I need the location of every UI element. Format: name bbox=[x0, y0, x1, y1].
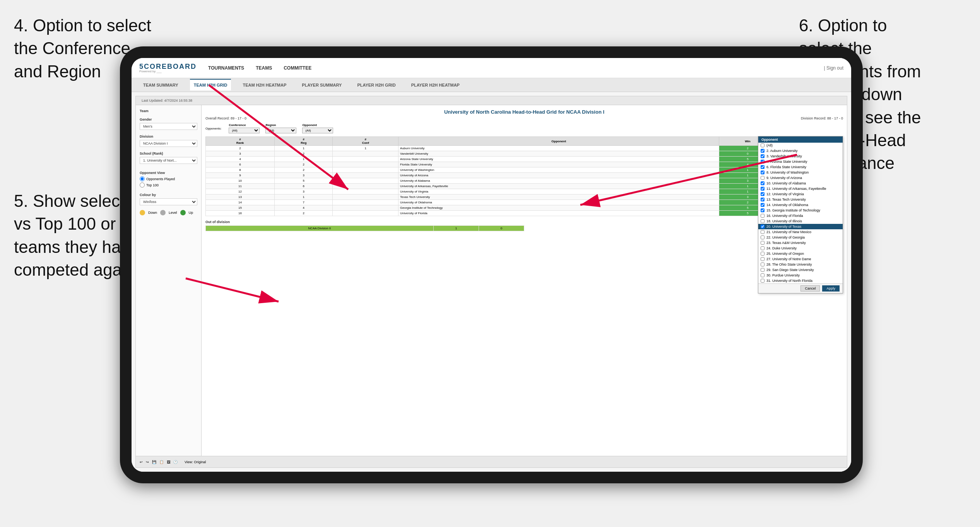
dropdown-item[interactable]: 10. University of Alabama bbox=[758, 181, 843, 186]
opponent-cell: University of Arizona bbox=[398, 173, 719, 178]
dropdown-checkbox[interactable] bbox=[761, 143, 765, 147]
opponent-cell: University of Washington bbox=[398, 167, 719, 173]
copy-icon[interactable]: 📋 bbox=[159, 460, 164, 464]
dropdown-checkbox[interactable] bbox=[761, 181, 765, 185]
nav-bar: 5COREBOARD Powered by ___ TOURNAMENTS TE… bbox=[132, 58, 851, 78]
dropdown-item[interactable]: 9. University of Arizona bbox=[758, 175, 843, 181]
radio-top-100[interactable]: Top 100 bbox=[140, 182, 197, 188]
dropdown-item[interactable]: 22. University of Georgia bbox=[758, 235, 843, 240]
division-select[interactable]: NCAA Division I bbox=[140, 140, 197, 147]
dropdown-item[interactable]: 11. University of Arkansas, Fayetteville bbox=[758, 186, 843, 191]
colour-by-select[interactable]: Win/loss bbox=[140, 198, 197, 205]
dropdown-item[interactable]: 14. University of Oklahoma bbox=[758, 202, 843, 208]
school-select[interactable]: 1. University of Nort... bbox=[140, 157, 197, 164]
dropdown-item[interactable]: 27. University of Notre Dame bbox=[758, 256, 843, 262]
redo-icon[interactable]: ↪ bbox=[146, 460, 149, 464]
dropdown-item[interactable]: 30. Purdue University bbox=[758, 273, 843, 278]
image-icon[interactable]: 🖼 bbox=[167, 460, 170, 464]
dropdown-checkbox[interactable] bbox=[761, 263, 765, 266]
dropdown-checkbox[interactable] bbox=[761, 198, 765, 201]
dropdown-item[interactable]: 2. Auburn University bbox=[758, 148, 843, 153]
dropdown-item[interactable]: 6. Florida State University bbox=[758, 164, 843, 170]
dropdown-item[interactable]: 15. Georgia Institute of Technology bbox=[758, 208, 843, 213]
dropdown-checkbox[interactable] bbox=[761, 176, 765, 180]
dropdown-checkbox[interactable] bbox=[761, 268, 765, 272]
level-label: Level bbox=[169, 211, 177, 215]
dropdown-item[interactable]: 16. University of Florida bbox=[758, 213, 843, 218]
table-header-row: #Rank #Reg #Conf Opponent Win Loss bbox=[206, 137, 843, 146]
opponent-filter-select[interactable]: (All) bbox=[302, 128, 333, 133]
tab-player-h2h-heatmap[interactable]: PLAYER H2H HEATMAP bbox=[407, 80, 463, 90]
reg-cell: 1 bbox=[275, 194, 333, 200]
dropdown-checkbox[interactable] bbox=[761, 203, 765, 207]
conf-cell bbox=[333, 167, 398, 173]
undo-icon[interactable]: ↩ bbox=[140, 460, 143, 464]
dropdown-item[interactable]: 13. Texas Tech University bbox=[758, 197, 843, 202]
dropdown-footer: Cancel Apply bbox=[758, 283, 843, 293]
table-row: 6 2 Florida State University 4 2 bbox=[206, 162, 843, 167]
dropdown-checkbox[interactable] bbox=[761, 257, 765, 261]
reg-cell: 4 bbox=[275, 205, 333, 211]
dropdown-checkbox[interactable] bbox=[761, 241, 765, 245]
dropdown-item[interactable]: 20. University of Texas bbox=[758, 224, 843, 229]
dropdown-checkbox[interactable] bbox=[761, 246, 765, 250]
dropdown-checkbox[interactable] bbox=[761, 154, 765, 158]
nav-tournaments[interactable]: TOURNAMENTS bbox=[208, 65, 244, 71]
table-row: 3 2 Vanderbilt University 0 4 bbox=[206, 151, 843, 157]
dropdown-checkbox[interactable] bbox=[761, 273, 765, 277]
rank-cell: 10 bbox=[206, 178, 275, 184]
dropdown-item[interactable]: 24. Duke University bbox=[758, 246, 843, 251]
gender-select[interactable]: Men's bbox=[140, 123, 197, 130]
dropdown-checkbox[interactable] bbox=[761, 171, 765, 174]
dropdown-checkbox[interactable] bbox=[761, 230, 765, 234]
tab-team-summary[interactable]: TEAM SUMMARY bbox=[139, 80, 182, 90]
left-sidebar: Team Gender Men's Division NCAA Division… bbox=[136, 105, 202, 456]
dropdown-item[interactable]: 25. University of Oregon bbox=[758, 251, 843, 256]
dropdown-item[interactable]: 4. Arizona State University bbox=[758, 159, 843, 164]
dropdown-item[interactable]: 8. University of Washington bbox=[758, 170, 843, 175]
dropdown-item[interactable]: (All) bbox=[758, 143, 843, 148]
dropdown-checkbox[interactable] bbox=[761, 279, 765, 283]
dropdown-item[interactable]: 12. University of Virginia bbox=[758, 191, 843, 197]
dropdown-item[interactable]: 29. San Diego State University bbox=[758, 267, 843, 273]
radio-opponents-played[interactable]: Opponents Played bbox=[140, 176, 197, 181]
nav-committee[interactable]: COMMITTEE bbox=[284, 65, 311, 71]
dropdown-checkbox[interactable] bbox=[761, 225, 765, 229]
dropdown-item[interactable]: 21. University of New Mexico bbox=[758, 229, 843, 235]
dropdown-checkbox[interactable] bbox=[761, 219, 765, 223]
tablet-frame: 5COREBOARD Powered by ___ TOURNAMENTS TE… bbox=[120, 46, 863, 483]
conference-filter-select[interactable]: (All) bbox=[229, 128, 260, 133]
dropdown-checkbox[interactable] bbox=[761, 192, 765, 196]
opponent-cell: Arizona State University bbox=[398, 157, 719, 162]
opponent-dropdown[interactable]: Opponent (All) 2. Auburn University 3. V… bbox=[758, 136, 843, 293]
dropdown-item-label: 29. San Diego State University bbox=[766, 268, 814, 272]
dropdown-checkbox[interactable] bbox=[761, 165, 765, 169]
dropdown-item[interactable]: 31. University of North Florida bbox=[758, 278, 843, 283]
dropdown-checkbox[interactable] bbox=[761, 187, 765, 191]
nav-sign-out[interactable]: | Sign out bbox=[824, 65, 843, 71]
tab-player-summary[interactable]: PLAYER SUMMARY bbox=[298, 80, 345, 90]
save-icon[interactable]: 💾 bbox=[152, 460, 156, 464]
dropdown-checkbox[interactable] bbox=[761, 235, 765, 239]
clock-icon[interactable]: 🕐 bbox=[173, 460, 178, 464]
region-filter-select[interactable]: (All) bbox=[265, 128, 296, 133]
dropdown-checkbox[interactable] bbox=[761, 160, 765, 164]
tab-team-h2h-heatmap[interactable]: TEAM H2H HEATMAP bbox=[239, 80, 290, 90]
apply-button[interactable]: Apply bbox=[822, 285, 840, 292]
dropdown-item-label: 24. Duke University bbox=[766, 246, 797, 250]
nav-teams[interactable]: TEAMS bbox=[256, 65, 272, 71]
dropdown-item[interactable]: 28. The Ohio State University bbox=[758, 262, 843, 267]
opponents-label: Opponents: bbox=[205, 127, 221, 130]
dropdown-checkbox[interactable] bbox=[761, 214, 765, 218]
dropdown-checkbox[interactable] bbox=[761, 208, 765, 212]
dropdown-checkbox[interactable] bbox=[761, 149, 765, 153]
dropdown-item-label: 9. University of Arizona bbox=[766, 176, 802, 180]
dropdown-item[interactable]: 23. Texas A&M University bbox=[758, 240, 843, 246]
cancel-button[interactable]: Cancel bbox=[800, 285, 820, 292]
tab-team-h2h-grid[interactable]: TEAM H2H GRID bbox=[190, 79, 231, 90]
dropdown-item[interactable]: 3. Vanderbilt University bbox=[758, 153, 843, 159]
tab-player-h2h-grid[interactable]: PLAYER H2H GRID bbox=[353, 80, 399, 90]
dropdown-item[interactable]: 18. University of Illinois bbox=[758, 218, 843, 224]
opponent-cell: Georgia Institute of Technology bbox=[398, 205, 719, 211]
dropdown-checkbox[interactable] bbox=[761, 252, 765, 256]
